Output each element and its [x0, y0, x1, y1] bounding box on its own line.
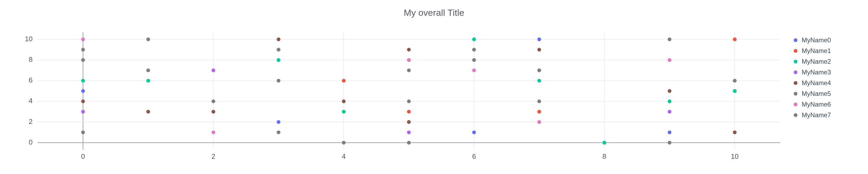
- y-tick-label: 2: [29, 117, 33, 125]
- data-point: [407, 110, 411, 114]
- data-point: [277, 58, 280, 62]
- y-tick-label: 0: [29, 138, 33, 146]
- x-tick-label: 0: [81, 152, 85, 161]
- data-point: [277, 79, 280, 83]
- data-point: [147, 68, 150, 72]
- legend-swatch: [794, 103, 798, 106]
- x-tick-label: 4: [342, 152, 345, 161]
- data-point: [668, 130, 671, 134]
- legend-item[interactable]: MyName4: [794, 78, 831, 88]
- data-point: [81, 89, 85, 93]
- data-point: [733, 79, 737, 83]
- data-point: [407, 48, 411, 52]
- data-point: [668, 110, 671, 114]
- data-point: [147, 79, 150, 83]
- y-tick-label: 10: [25, 35, 33, 43]
- data-point: [81, 79, 85, 83]
- legend-swatch: [794, 81, 798, 85]
- data-point: [407, 130, 411, 134]
- legend-label: MyName7: [802, 111, 831, 119]
- data-point: [407, 68, 411, 72]
- data-point: [537, 99, 541, 103]
- plot-area: 02468100246810: [37, 32, 780, 150]
- data-point: [537, 68, 541, 72]
- legend-label: MyName4: [802, 79, 831, 87]
- data-point: [211, 130, 215, 134]
- legend-label: MyName0: [802, 36, 831, 44]
- x-tick-label: 10: [731, 152, 739, 161]
- x-tick-label: 2: [211, 152, 215, 161]
- data-point: [81, 37, 85, 41]
- legend-item[interactable]: MyName6: [794, 99, 831, 110]
- data-point: [472, 48, 476, 52]
- y-tick-label: 4: [29, 97, 33, 105]
- data-point: [277, 37, 280, 41]
- legend-item[interactable]: MyName0: [794, 35, 831, 46]
- data-point: [81, 99, 85, 103]
- legend-swatch: [794, 70, 798, 74]
- y-tick-label: 8: [29, 55, 33, 63]
- legend-swatch: [794, 92, 798, 95]
- data-point: [342, 110, 345, 114]
- data-point: [407, 58, 411, 62]
- y-tick-label: 6: [29, 76, 33, 84]
- data-point: [668, 141, 671, 145]
- legend-swatch: [794, 49, 798, 53]
- data-point: [277, 120, 280, 124]
- legend-swatch: [794, 38, 798, 42]
- legend-item[interactable]: MyName5: [794, 88, 831, 99]
- legend-label: MyName3: [802, 68, 831, 76]
- data-point: [537, 37, 541, 41]
- legend-swatch: [794, 60, 798, 63]
- data-point: [147, 37, 150, 41]
- data-point: [602, 141, 607, 145]
- data-point: [407, 120, 411, 124]
- data-point: [537, 110, 541, 114]
- data-point: [211, 99, 215, 103]
- legend-label: MyName5: [802, 90, 831, 97]
- data-point: [81, 130, 85, 134]
- legend-label: MyName2: [802, 58, 831, 65]
- data-point: [81, 58, 85, 62]
- data-point: [472, 37, 476, 41]
- data-point: [733, 37, 737, 41]
- data-point: [342, 141, 345, 145]
- legend-label: MyName6: [802, 100, 831, 108]
- data-point: [342, 99, 345, 103]
- data-point: [472, 58, 476, 62]
- data-point: [277, 130, 280, 134]
- axes-svg: 02468100246810: [37, 32, 780, 150]
- x-tick-label: 6: [472, 152, 476, 161]
- data-point: [668, 99, 671, 103]
- data-point: [472, 68, 476, 72]
- data-point: [668, 58, 671, 62]
- legend-item[interactable]: MyName3: [794, 67, 831, 78]
- legend-swatch: [794, 113, 798, 117]
- data-point: [81, 110, 85, 114]
- data-point: [733, 89, 737, 93]
- data-point: [211, 68, 215, 72]
- legend-item[interactable]: MyName1: [794, 46, 831, 56]
- x-tick-label: 8: [602, 152, 606, 161]
- legend-label: MyName1: [802, 47, 831, 55]
- data-point: [407, 141, 411, 145]
- legend-item[interactable]: MyName2: [794, 56, 831, 67]
- data-point: [147, 110, 150, 114]
- data-point: [668, 89, 671, 93]
- data-point: [668, 37, 671, 41]
- figure: My overall Title 02468100246810 MyName0M…: [0, 0, 868, 174]
- data-point: [407, 99, 411, 103]
- chart-title: My overall Title: [0, 7, 868, 18]
- data-point: [211, 110, 215, 114]
- legend-item[interactable]: MyName7: [794, 110, 831, 120]
- data-point: [472, 130, 476, 134]
- data-point: [537, 120, 541, 124]
- data-point: [537, 79, 541, 83]
- legend: MyName0MyName1MyName2MyName3MyName4MyNam…: [794, 35, 831, 120]
- data-point: [537, 48, 541, 52]
- data-point: [342, 79, 345, 83]
- data-point: [733, 130, 737, 134]
- data-point: [277, 48, 280, 52]
- data-point: [81, 48, 85, 52]
